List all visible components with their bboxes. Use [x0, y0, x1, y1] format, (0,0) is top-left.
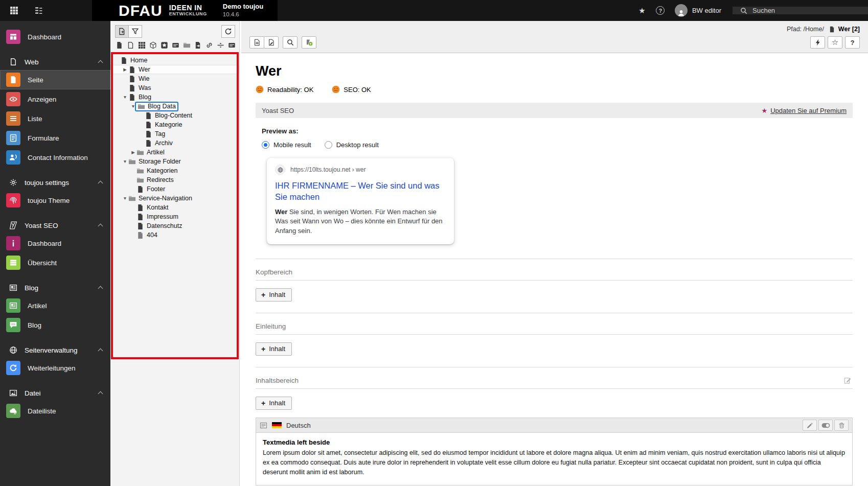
- expander-open-icon[interactable]: ▼: [122, 159, 128, 164]
- module-contact-information[interactable]: Contact Information: [0, 148, 110, 167]
- view-page-button[interactable]: [249, 36, 264, 49]
- visibility-toggle-button[interactable]: [818, 420, 833, 431]
- newspaper-icon: [9, 284, 17, 292]
- module-dateiliste[interactable]: Dateiliste: [0, 401, 110, 421]
- tree-node-impressum[interactable]: Impressum: [110, 212, 239, 221]
- menu-section-toujou-settings[interactable]: toujou settings: [0, 174, 110, 191]
- page-tree: Home▶WerWieWas▼Blog▼Blog DataBlog-Conten…: [110, 54, 239, 240]
- menu-section-datei[interactable]: Datei: [0, 385, 110, 401]
- help-icon[interactable]: ?: [652, 0, 669, 21]
- module-artikel[interactable]: Artikel: [0, 296, 110, 315]
- tree-node-redirects[interactable]: Redirects: [110, 175, 239, 184]
- filter-button[interactable]: [128, 25, 142, 38]
- pagetype-starbox-icon[interactable]: [161, 41, 168, 49]
- bookmark-star-icon[interactable]: [634, 0, 650, 21]
- tree-node-404[interactable]: 404: [110, 230, 239, 240]
- tree-node-wie[interactable]: Wie: [110, 74, 239, 83]
- module-dashboard[interactable]: Dashboard: [0, 27, 110, 47]
- tree-node-datenschutz[interactable]: Datenschutz: [110, 221, 239, 230]
- tree-node-artikel[interactable]: ▶Artikel: [110, 148, 239, 157]
- yoast-seo-button[interactable]: [302, 36, 316, 49]
- expander-closed-icon[interactable]: ▶: [130, 150, 136, 155]
- tree-node-label: 404: [147, 232, 157, 239]
- new-page-button[interactable]: [115, 25, 129, 38]
- module-seite[interactable]: Seite: [0, 70, 110, 89]
- pagetype-divider-icon[interactable]: [217, 41, 224, 49]
- pagetype-card-icon[interactable]: [228, 41, 236, 49]
- pagetype-page-icon[interactable]: [116, 41, 123, 49]
- module-übersicht[interactable]: Übersicht: [0, 253, 110, 272]
- menu-section-seitenverwaltung[interactable]: Seitenverwaltung: [0, 342, 110, 358]
- tree-node-blog-content[interactable]: Blog-Content: [110, 111, 239, 120]
- search-page-button[interactable]: [283, 36, 298, 49]
- user-menu[interactable]: BW editor: [671, 4, 730, 17]
- radio-desktop-result[interactable]: Desktop result: [325, 141, 379, 149]
- premium-upgrade-link[interactable]: Updaten Sie auf Premium: [761, 106, 847, 115]
- serp-description: Wer Sie sind, in wenigen Worten. Für Wen…: [275, 207, 446, 237]
- module-blog[interactable]: Blog: [0, 315, 110, 335]
- content-element[interactable]: Deutsch Textmedia left beside Lorem ipsu…: [256, 418, 853, 485]
- pagetree-toggle-icon[interactable]: [30, 0, 47, 21]
- module-formulare[interactable]: Formulare: [0, 128, 110, 148]
- pagetype-folder-icon[interactable]: [183, 41, 191, 49]
- tree-node-label: Blog-Content: [155, 112, 192, 119]
- tree-node-footer[interactable]: Footer: [110, 184, 239, 194]
- edit-content-icon[interactable]: [844, 377, 852, 384]
- edit-element-button[interactable]: [803, 420, 817, 431]
- add-content-button[interactable]: +Inhalt: [256, 288, 292, 302]
- bookmark-button[interactable]: [828, 36, 842, 49]
- yoast-panel-header: Yoast SEO Updaten Sie auf Premium: [256, 103, 853, 118]
- tree-node-blog[interactable]: ▼Blog: [110, 92, 239, 102]
- tree-node-tag[interactable]: Tag: [110, 129, 239, 138]
- refresh-tree-button[interactable]: [221, 25, 235, 38]
- clear-cache-button[interactable]: [810, 36, 825, 49]
- module-toujou-theme[interactable]: toujou Theme: [0, 191, 110, 210]
- site-info: Demo toujou 10.4.6: [223, 3, 263, 18]
- pagetype-link-icon[interactable]: [205, 41, 213, 49]
- pagetype-card-icon[interactable]: [172, 41, 179, 49]
- module-label: Blog: [28, 321, 41, 329]
- expander-open-icon[interactable]: ▼: [122, 95, 128, 100]
- trash-icon: [838, 422, 845, 429]
- search-input[interactable]: Suchen: [733, 7, 868, 14]
- tree-node-blog-data[interactable]: ▼Blog Data: [110, 102, 239, 111]
- menu-section-yoast-seo[interactable]: Yoast SEO: [0, 217, 110, 234]
- module-liste[interactable]: Liste: [0, 109, 110, 128]
- expander-closed-icon[interactable]: ▶: [122, 67, 128, 72]
- module-anzeigen[interactable]: Anzeigen: [0, 89, 110, 109]
- tree-node-archiv[interactable]: Archiv: [110, 138, 239, 148]
- add-content-button[interactable]: +Inhalt: [256, 397, 292, 410]
- tree-node-storage-folder[interactable]: ▼Storage Folder: [110, 157, 239, 166]
- current-page-ref: Wer [2]: [838, 26, 860, 33]
- readability-smiley-icon: [256, 85, 264, 94]
- yoast-icon: [9, 221, 17, 229]
- delete-element-button[interactable]: [834, 420, 849, 431]
- tree-node-was[interactable]: Was: [110, 83, 239, 92]
- bolt-icon: [814, 39, 821, 46]
- tree-node-kategorien[interactable]: Kategorien: [110, 166, 239, 175]
- expander-open-icon[interactable]: ▼: [122, 196, 128, 201]
- module-weiterleitungen[interactable]: Weiterleitungen: [0, 358, 110, 378]
- tree-node-wer[interactable]: ▶Wer: [110, 65, 239, 74]
- docheader-help-button[interactable]: [845, 36, 860, 49]
- edit-page-properties-button[interactable]: [264, 36, 279, 49]
- tree-node-kontakt[interactable]: Kontakt: [110, 203, 239, 212]
- tree-node-home[interactable]: Home: [110, 56, 239, 65]
- modules-grid-icon[interactable]: [5, 0, 22, 21]
- tree-node-kategorie[interactable]: Kategorie: [110, 120, 239, 129]
- tree-node-label: Archiv: [155, 140, 173, 147]
- pagetype-pageO-icon[interactable]: [127, 41, 134, 49]
- page-icon: [136, 232, 144, 239]
- folder-icon: [128, 195, 136, 202]
- eye-icon: [6, 92, 20, 106]
- page-icon: [145, 121, 152, 129]
- pagetype-grid3-icon[interactable]: [138, 41, 146, 49]
- menu-section-blog[interactable]: Blog: [0, 280, 110, 296]
- pagetype-cube-icon[interactable]: [149, 41, 157, 49]
- tree-node-service-navigation[interactable]: ▼Service-Navigation: [110, 194, 239, 203]
- module-dashboard[interactable]: Dashboard: [0, 234, 110, 253]
- add-content-button[interactable]: +Inhalt: [256, 342, 292, 356]
- menu-section-web[interactable]: Web: [0, 54, 110, 70]
- radio-mobile-result[interactable]: Mobile result: [262, 141, 311, 149]
- pagetype-pagearrow-icon[interactable]: [194, 41, 202, 49]
